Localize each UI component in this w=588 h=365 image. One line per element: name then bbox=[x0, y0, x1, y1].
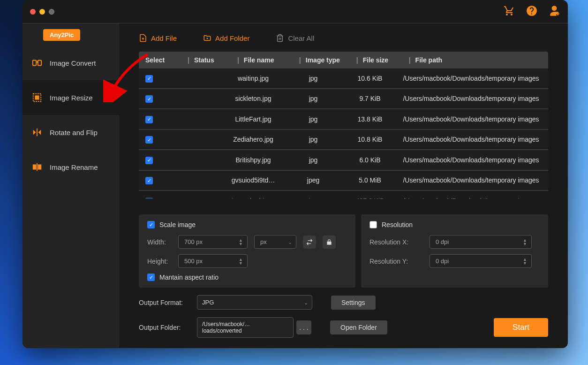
chevron-down-icon: ⌄ bbox=[288, 239, 292, 245]
width-stepper[interactable]: ▲▼ bbox=[239, 236, 245, 247]
minimize-window-button[interactable] bbox=[39, 9, 45, 15]
swap-button[interactable] bbox=[303, 236, 316, 249]
row-file-name: gvsuiod5i9td… bbox=[219, 176, 287, 184]
header-status[interactable]: Status bbox=[194, 56, 233, 64]
resolution-label: Resolution bbox=[382, 221, 413, 228]
resolution-y-label: Resolution Y: bbox=[369, 258, 415, 265]
height-stepper[interactable]: ▲▼ bbox=[239, 256, 245, 266]
row-checkbox[interactable]: ✓ bbox=[145, 75, 153, 83]
swap-icon bbox=[306, 238, 313, 246]
output-folder-field[interactable]: /Users/macbook/…loads/converted bbox=[197, 317, 294, 338]
row-file-path: /Users/macbook/Downloads/temporary image… bbox=[400, 115, 542, 123]
cart-icon[interactable] bbox=[503, 5, 515, 18]
table-row[interactable]: ✓Britishpy.jpgjpg6.0 KiB/Users/macbook/D… bbox=[139, 150, 548, 171]
table-body[interactable]: ✓waitinp.jpgjpg10.6 KiB/Users/macbook/Do… bbox=[139, 68, 548, 199]
row-file-size: 10.8 KiB bbox=[339, 136, 400, 143]
row-checkbox[interactable]: ✓ bbox=[145, 198, 153, 199]
row-file-path: /Users/macbook/Downloads/temporary image… bbox=[400, 197, 542, 199]
app-window: Any2Pic Image Convert Image Resize Rotat… bbox=[23, 0, 568, 348]
sidebar-item-rotate-flip[interactable]: Rotate and Flip bbox=[23, 115, 119, 150]
header-file-name[interactable]: File name bbox=[244, 56, 294, 64]
sidebar-item-image-convert[interactable]: Image Convert bbox=[23, 46, 119, 80]
image-resize-icon bbox=[32, 92, 42, 103]
resy-stepper[interactable]: ▲▼ bbox=[523, 256, 529, 266]
scale-image-label: Scale image bbox=[159, 221, 196, 228]
row-file-name: Zediahero.jpg bbox=[219, 136, 287, 143]
user-add-icon[interactable] bbox=[548, 5, 560, 19]
help-icon[interactable] bbox=[526, 5, 538, 19]
rotate-flip-icon bbox=[32, 127, 42, 137]
row-checkbox[interactable]: ✓ bbox=[145, 116, 153, 123]
resolution-panel: Resolution Resolution X: 0 dpi ▲▼ Resolu… bbox=[361, 214, 548, 288]
scale-image-checkbox[interactable]: ✓ bbox=[147, 221, 155, 228]
table-row[interactable]: ✓LittleFart.jpgjpg13.8 KiB/Users/macbook… bbox=[139, 109, 548, 130]
row-checkbox[interactable]: ✓ bbox=[145, 95, 153, 103]
row-file-size: 407.6 KiB bbox=[339, 197, 400, 199]
lock-button[interactable] bbox=[323, 236, 336, 249]
row-image-type: jpg bbox=[287, 197, 339, 199]
start-button[interactable]: Start bbox=[494, 318, 548, 337]
width-input[interactable]: 700 px ▲▼ bbox=[178, 235, 248, 249]
row-file-name: sickleton.jpg bbox=[219, 95, 287, 102]
app-name-badge: Any2Pic bbox=[43, 29, 80, 41]
resolution-x-input[interactable]: 0 dpi ▲▼ bbox=[430, 235, 532, 249]
browse-folder-button[interactable]: . . . bbox=[296, 320, 311, 335]
add-file-label: Add File bbox=[151, 34, 177, 42]
sidebar-item-image-rename[interactable]: Image Rename bbox=[23, 150, 119, 184]
table-header: Select | Status | File name | Image type… bbox=[139, 52, 548, 68]
sidebar-item-label: Rotate and Flip bbox=[50, 129, 98, 137]
file-table: Select | Status | File name | Image type… bbox=[139, 52, 548, 210]
row-image-type: jpg bbox=[287, 95, 339, 102]
row-file-path: /Users/macbook/Downloads/temporary image… bbox=[400, 176, 542, 184]
toolbar: Add File Add Folder Clear All bbox=[119, 23, 568, 52]
close-window-button[interactable] bbox=[30, 9, 36, 15]
chevron-down-icon: ⌄ bbox=[304, 299, 308, 305]
table-row[interactable]: ✓Zediahero.jpgjpg10.8 KiB/Users/macbook/… bbox=[139, 130, 548, 151]
row-image-type: jpg bbox=[287, 75, 339, 82]
table-row[interactable]: ✓gvsuiod5i9td…jpeg5.0 MiB/Users/macbook/… bbox=[139, 171, 548, 191]
add-folder-button[interactable]: Add Folder bbox=[203, 34, 249, 42]
table-row[interactable]: ✓sickleton.jpgjpg9.7 KiB/Users/macbook/D… bbox=[139, 89, 548, 110]
header-select[interactable]: Select bbox=[145, 56, 183, 64]
resize-panels: ✓ Scale image Width: 700 px ▲▼ px ⌄ bbox=[139, 214, 548, 288]
sidebar-item-label: Image Resize bbox=[50, 94, 93, 102]
row-file-size: 13.8 KiB bbox=[339, 115, 400, 123]
resolution-x-label: Resolution X: bbox=[369, 238, 415, 246]
resx-stepper[interactable]: ▲▼ bbox=[523, 236, 529, 247]
row-checkbox[interactable]: ✓ bbox=[145, 136, 153, 144]
table-row[interactable]: ✓jee-usb-chip…jpg407.6 KiB/Users/macbook… bbox=[139, 191, 548, 199]
width-label: Width: bbox=[147, 238, 172, 246]
table-row[interactable]: ✓waitinp.jpgjpg10.6 KiB/Users/macbook/Do… bbox=[139, 68, 548, 89]
row-checkbox[interactable]: ✓ bbox=[145, 177, 153, 184]
clear-all-button[interactable]: Clear All bbox=[276, 34, 314, 42]
add-file-button[interactable]: Add File bbox=[139, 34, 177, 42]
height-input[interactable]: 500 px ▲▼ bbox=[178, 254, 248, 268]
sidebar-item-label: Image Rename bbox=[50, 163, 98, 171]
sidebar-item-image-resize[interactable]: Image Resize bbox=[23, 80, 119, 115]
open-folder-button[interactable]: Open Folder bbox=[330, 320, 387, 335]
main-panel: Add File Add Folder Clear All Select | S… bbox=[119, 23, 568, 348]
fullscreen-window-button[interactable] bbox=[49, 9, 54, 15]
resolution-y-input[interactable]: 0 dpi ▲▼ bbox=[430, 254, 532, 268]
resolution-checkbox[interactable] bbox=[369, 221, 377, 228]
titlebar bbox=[23, 0, 568, 23]
row-file-size: 6.0 KiB bbox=[339, 156, 400, 164]
settings-button[interactable]: Settings bbox=[331, 296, 376, 310]
header-file-path[interactable]: File path bbox=[415, 56, 542, 64]
output-format-select[interactable]: JPG ⌄ bbox=[197, 295, 312, 310]
maintain-aspect-checkbox[interactable]: ✓ bbox=[147, 274, 155, 281]
row-image-type: jpeg bbox=[287, 176, 339, 184]
header-image-type[interactable]: Image type bbox=[306, 56, 352, 64]
row-file-path: /Users/macbook/Downloads/temporary image… bbox=[400, 75, 542, 82]
row-image-type: jpg bbox=[287, 156, 339, 164]
add-folder-icon bbox=[203, 34, 211, 42]
header-file-size[interactable]: File size bbox=[363, 56, 404, 64]
row-checkbox[interactable]: ✓ bbox=[145, 157, 153, 164]
row-file-name: waitinp.jpg bbox=[219, 75, 287, 82]
row-file-name: LittleFart.jpg bbox=[219, 115, 287, 123]
row-image-type: jpg bbox=[287, 115, 339, 123]
unit-select[interactable]: px ⌄ bbox=[254, 235, 296, 249]
row-file-size: 5.0 MiB bbox=[339, 176, 400, 184]
sidebar: Any2Pic Image Convert Image Resize Rotat… bbox=[23, 23, 119, 348]
sidebar-item-label: Image Convert bbox=[50, 59, 96, 67]
